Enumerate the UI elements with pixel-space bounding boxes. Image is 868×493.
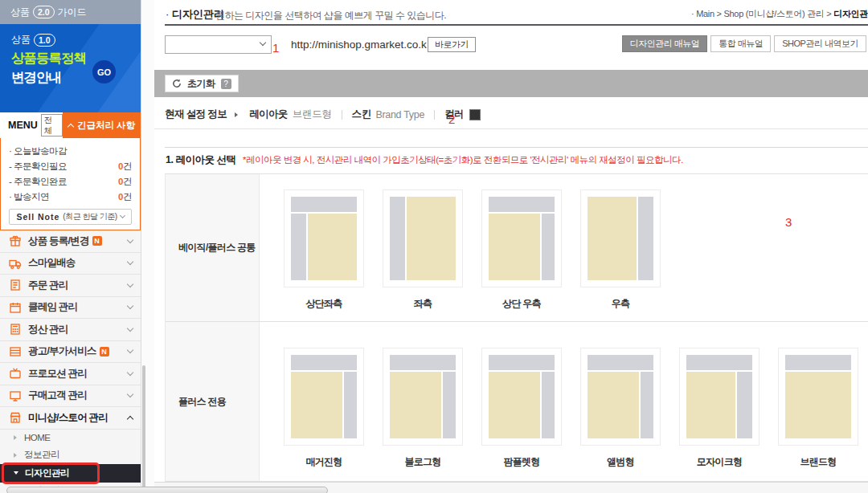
- sidebar-item-프로모션-관리[interactable]: 프로모션 관리: [0, 363, 141, 385]
- sidebar-item-주문-관리[interactable]: 주문 관리: [0, 275, 141, 297]
- reset-button[interactable]: 초기화 ?: [165, 75, 239, 92]
- reset-label: 초기화: [187, 77, 215, 91]
- layout-top-bar: [390, 355, 456, 370]
- product-2-guide-banner[interactable]: 상품 2.0 가이드: [0, 0, 141, 24]
- sidebar-subitem-디자인관리[interactable]: 디자인관리: [0, 464, 141, 483]
- arrow-right-icon: [14, 435, 17, 440]
- sell-note-button[interactable]: Sell Note (최근 한달 기준): [9, 209, 132, 225]
- layout-options-table: 베이직/플러스 공통상단좌측좌측상단 우측우측플러스 전용매거진형블로그형팜플렛…: [165, 173, 868, 482]
- layout-content-area: [489, 372, 540, 438]
- goto-shop-button[interactable]: 바로가기: [428, 37, 476, 52]
- sidebar-item-label: 주문 관리: [28, 279, 68, 292]
- urgent-item[interactable]: · 발송지연0건: [9, 189, 132, 205]
- 디자인관리-매뉴얼-button[interactable]: 디자인관리 매뉴얼: [622, 35, 708, 52]
- layout-option-블로그형[interactable]: 블로그형: [383, 348, 463, 481]
- menu-all-toggle[interactable]: MENU 전체: [0, 112, 63, 138]
- layout-thumbnail[interactable]: [481, 348, 562, 446]
- layout-thumbnail[interactable]: [679, 348, 760, 446]
- layout-option-상단좌측[interactable]: 상단좌측: [284, 189, 364, 321]
- layout-thumbnail[interactable]: [481, 189, 562, 287]
- layout-option-브랜드형[interactable]: 브랜드형: [778, 348, 858, 481]
- layout-thumbnail[interactable]: [778, 348, 858, 446]
- policy-change-banner[interactable]: 상품 1.0 상품등록정책 변경안내 GO: [0, 24, 141, 112]
- layout-left-sidebar: [291, 214, 306, 280]
- layout-top-bar: [588, 355, 653, 370]
- arrow-right-icon: [14, 453, 17, 458]
- layout-option-상단-우측[interactable]: 상단 우측: [481, 189, 562, 321]
- sidebar-item-구매고객-관리[interactable]: 구매고객 관리: [0, 385, 141, 408]
- urgent-item-label: - 주문확인완료: [9, 174, 67, 189]
- layout-section-title: 1. 레이아웃 선택: [166, 153, 235, 167]
- chevron-down-icon: [127, 369, 133, 376]
- chevron-up-icon: [68, 123, 74, 129]
- 통합-매뉴얼-button[interactable]: 통합 매뉴얼: [710, 35, 771, 52]
- urgent-item[interactable]: - 주문확인필요0건: [9, 159, 132, 174]
- sidebar-item-클레임-관리[interactable]: 클레임 관리: [0, 297, 141, 320]
- layout-table-row: 베이직/플러스 공통상단좌측좌측상단 우측우측: [166, 174, 868, 322]
- layout-right-sidebar: [737, 372, 752, 438]
- layout-top-bar: [291, 355, 357, 370]
- sidebar-item-label: 광고/부가서비스: [28, 344, 96, 358]
- chevron-down-icon: [127, 281, 133, 287]
- layout-option-팜플렛형[interactable]: 팜플렛형: [481, 348, 562, 481]
- help-icon[interactable]: ?: [221, 79, 231, 89]
- layout-option-앨범형[interactable]: 앨범형: [580, 348, 661, 481]
- shop-select-dropdown[interactable]: [165, 35, 272, 54]
- sidebar-subitem-HOME[interactable]: HOME: [0, 430, 141, 447]
- urgent-item[interactable]: · 오늘발송마감: [9, 144, 132, 159]
- sidebar-item-스마일배송[interactable]: 스마일배송: [0, 253, 141, 275]
- layout-thumbnail[interactable]: [580, 348, 661, 446]
- urgent-item[interactable]: - 주문확인완료0건: [9, 174, 132, 189]
- sidebar-scrollbar-thumb[interactable]: [142, 365, 145, 493]
- layout-option-모자이크형[interactable]: 모자이크형: [679, 348, 760, 481]
- gift-icon: [8, 234, 22, 248]
- horizontal-scrollbar-thumb[interactable]: [6, 487, 328, 493]
- layout-thumbnail[interactable]: [383, 189, 463, 287]
- layout-content-area: [291, 372, 342, 438]
- layout-content-area: [588, 197, 637, 280]
- layout-top-bar: [489, 355, 555, 370]
- layout-option-label: 블로그형: [383, 455, 463, 469]
- breadcrumb-current: 디자인관: [833, 9, 868, 18]
- layout-thumbnail[interactable]: [383, 348, 463, 446]
- SHOP관리-내역보기-button[interactable]: SHOP관리 내역보기: [774, 35, 866, 52]
- layout-option-label: 팜플렛형: [481, 455, 562, 469]
- sidebar-scrollbar[interactable]: [141, 0, 154, 493]
- sidebar-item-정산-관리[interactable]: 정산 관리: [0, 319, 141, 341]
- guide-suffix: 가이드: [58, 6, 87, 19]
- layout-option-label: 앨범형: [580, 455, 661, 469]
- reset-toolbar: 초기화 ?: [154, 70, 868, 97]
- arrow-down-icon: [14, 471, 18, 475]
- urgent-tasks-toggle[interactable]: 긴급처리 사항: [63, 112, 141, 138]
- chevron-down-icon: [120, 213, 125, 218]
- sidebar-item-미니샵-스토어-관리[interactable]: 미니샵/스토어 관리: [0, 407, 141, 430]
- reset-icon: [172, 79, 182, 88]
- layout-left-sidebar: [390, 197, 405, 280]
- layout-top-bar: [686, 355, 752, 370]
- layout-thumbnail[interactable]: [284, 189, 364, 287]
- breadcrumb: · Main > Shop (미니샵/스토어) 관리 > 디자인관: [691, 8, 868, 20]
- layout-group-label: 플러스 전용: [166, 322, 260, 481]
- calendar-icon: [8, 300, 22, 314]
- layout-right-sidebar: [641, 372, 653, 438]
- minishop-url: http://minishop.gmarket.co.k: [291, 39, 427, 51]
- promo-title: 상품등록정책: [11, 50, 141, 67]
- layout-label: 레이아웃: [249, 108, 288, 121]
- color-swatch: [469, 109, 481, 120]
- layout-option-매거진형[interactable]: 매거진형: [284, 348, 364, 481]
- layout-thumbnail[interactable]: [580, 189, 661, 287]
- sidebar-item-광고-부가서비스[interactable]: 광고/부가서비스N: [0, 341, 141, 364]
- header-divider: [165, 24, 868, 26]
- go-button[interactable]: GO: [92, 60, 116, 84]
- layout-option-우측[interactable]: 우측: [580, 189, 661, 321]
- layout-top-bar: [489, 197, 555, 212]
- new-badge: N: [92, 236, 102, 246]
- new-badge: N: [100, 347, 109, 357]
- sidebar-subitem-정보관리[interactable]: 정보관리: [0, 446, 141, 464]
- layout-top-bar: [785, 355, 851, 370]
- layout-option-좌측[interactable]: 좌측: [383, 189, 463, 321]
- sidebar-item-상품-등록-변경[interactable]: 상품 등록/변경N: [0, 230, 141, 253]
- layout-thumbnail[interactable]: [284, 348, 364, 446]
- sidebar-subitem-label: 디자인관리: [25, 467, 69, 479]
- chevron-down-icon: [127, 325, 133, 332]
